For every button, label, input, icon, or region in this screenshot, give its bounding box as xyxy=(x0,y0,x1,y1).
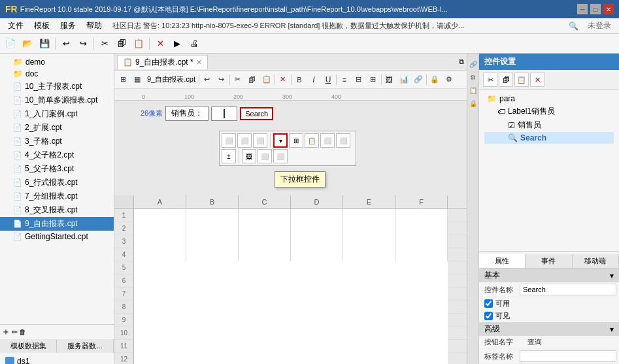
basic-section-toggle[interactable]: ▾ xyxy=(610,271,614,280)
print-button[interactable]: 🖨 xyxy=(186,36,202,52)
cell-a2[interactable] xyxy=(134,222,186,235)
save-button[interactable]: 💾 xyxy=(37,36,52,52)
cell-merged-8[interactable] xyxy=(134,301,448,314)
fw-dropdown[interactable]: ▾ xyxy=(273,133,288,148)
cell-d2[interactable] xyxy=(291,222,343,235)
tree-item-file-7[interactable]: 📄 6_行式报表.cpt xyxy=(0,176,114,190)
search-widget-button[interactable]: Search xyxy=(240,107,273,120)
et-btn-1[interactable]: ⊞ xyxy=(116,73,130,87)
paste-button[interactable]: 📋 xyxy=(131,36,146,52)
advanced-section-toggle[interactable]: ▾ xyxy=(610,325,614,334)
tab-report[interactable]: 📋 9_自由报表.cpt * ✕ xyxy=(117,55,208,69)
cell-merged-7[interactable] xyxy=(134,288,448,301)
cell-b1[interactable] xyxy=(186,209,239,222)
et-btn-18[interactable]: 🔒 xyxy=(427,73,442,87)
side-icon-2[interactable]: ⚙ xyxy=(468,72,478,82)
fw-btn-12[interactable]: ⬜ xyxy=(273,149,288,163)
fw-btn-2[interactable]: ⬜ xyxy=(237,133,252,148)
add-ds-button[interactable]: ＋ xyxy=(1,326,10,338)
tree-item-file-10[interactable]: 📄 9_自由报表.cpt xyxy=(0,217,114,231)
cell-d3[interactable] xyxy=(291,235,343,248)
et-btn-4[interactable]: ↪ xyxy=(214,73,229,87)
tree-item-file-3[interactable]: 📄 2_扩展.cpt xyxy=(0,121,114,135)
tree-item-file-9[interactable]: 📄 8_交叉报表.cpt xyxy=(0,203,114,217)
menu-file[interactable]: 文件 xyxy=(3,19,29,33)
fw-btn-9[interactable]: ± xyxy=(222,149,236,163)
cell-e4[interactable] xyxy=(343,248,395,261)
fw-btn-11[interactable]: ⬜ xyxy=(258,149,272,163)
close-button[interactable]: ✕ xyxy=(603,4,614,14)
et-btn-9[interactable]: B xyxy=(292,73,307,87)
et-btn-17[interactable]: 🔗 xyxy=(411,73,426,87)
tree-item-file-2[interactable]: 📄 1_入门案例.cpt xyxy=(0,107,114,121)
fw-btn-6[interactable]: 📋 xyxy=(305,133,319,148)
new-button[interactable]: 📄 xyxy=(3,36,18,52)
rt-cut-button[interactable]: ✂ xyxy=(483,73,497,87)
open-button[interactable]: 📂 xyxy=(20,36,35,52)
delete-ds-button[interactable]: 🗑 xyxy=(19,326,26,338)
right-tree-label1[interactable]: 🏷 Label1销售员 xyxy=(484,105,614,118)
tab-float-button[interactable]: ⧉ xyxy=(459,58,464,66)
side-icon-1[interactable]: 🔗 xyxy=(468,59,478,69)
tag-name-input[interactable] xyxy=(520,350,616,362)
cell-merged-12[interactable] xyxy=(134,353,448,364)
side-icon-3[interactable]: 📋 xyxy=(468,85,478,95)
tree-item-file-4[interactable]: 📄 3_子格.cpt xyxy=(0,135,114,148)
menu-service[interactable]: 服务 xyxy=(55,19,81,33)
cell-f3[interactable] xyxy=(395,235,448,248)
et-btn-19[interactable]: ⚙ xyxy=(442,73,456,87)
enabled-checkbox[interactable] xyxy=(484,299,493,308)
cell-merged-11[interactable] xyxy=(134,340,448,353)
fw-btn-3[interactable]: ⬜ xyxy=(253,133,267,148)
cut-button[interactable]: ✂ xyxy=(97,36,112,52)
login-button[interactable]: 未登录 xyxy=(582,19,616,33)
tree-item-demo[interactable]: 📁 demo xyxy=(0,56,114,68)
cell-a3[interactable] xyxy=(134,235,186,248)
fw-btn-1[interactable]: ⬜ xyxy=(222,133,236,148)
props-tab-mobile[interactable]: 移动端 xyxy=(573,254,619,268)
rt-paste-button[interactable]: 📋 xyxy=(514,73,529,87)
et-btn-8[interactable]: ✕ xyxy=(276,73,290,87)
tab-template-ds[interactable]: 模板数据集 xyxy=(0,339,57,353)
tree-item-file-1[interactable]: 📄 10_简单多源报表.cpt xyxy=(0,93,114,107)
props-tab-events[interactable]: 事件 xyxy=(526,254,572,268)
salesman-input-field[interactable] xyxy=(211,107,237,121)
props-tab-attributes[interactable]: 属性 xyxy=(479,254,526,268)
cell-b2[interactable] xyxy=(186,222,239,235)
et-btn-13[interactable]: ⊟ xyxy=(352,73,366,87)
tree-item-file-6[interactable]: 📄 5_父子格3.cpt xyxy=(0,162,114,176)
et-btn-2[interactable]: ▦ xyxy=(130,73,144,87)
restore-button[interactable]: □ xyxy=(590,4,601,14)
cell-a1[interactable] xyxy=(134,209,186,222)
minimize-button[interactable]: ─ xyxy=(577,4,588,14)
et-btn-6[interactable]: 🗐 xyxy=(245,73,259,87)
et-btn-11[interactable]: U xyxy=(321,73,335,87)
redo-button[interactable]: ↪ xyxy=(75,36,91,52)
et-btn-15[interactable]: 🖼 xyxy=(382,73,397,87)
right-tree-search[interactable]: 🔍 Search xyxy=(484,132,614,144)
tree-item-file-8[interactable]: 📄 7_分组报表.cpt xyxy=(0,190,114,203)
cell-b3[interactable] xyxy=(186,235,239,248)
cell-merged-10[interactable] xyxy=(134,327,448,340)
search-button[interactable]: 🔍 xyxy=(565,20,582,32)
et-btn-5[interactable]: ✂ xyxy=(231,73,245,87)
cell-merged-5[interactable] xyxy=(134,261,448,274)
copy-button[interactable]: 🗐 xyxy=(114,36,129,52)
right-tree-para[interactable]: 📁 para xyxy=(484,93,614,105)
side-icon-4[interactable]: 🔒 xyxy=(468,98,478,108)
cell-e1[interactable] xyxy=(343,209,395,222)
tree-item-file-5[interactable]: 📄 4_父子格2.cpt xyxy=(0,148,114,162)
tree-item-file-11[interactable]: 📄 GettingStarted.cpt xyxy=(0,231,114,242)
et-btn-14[interactable]: ⊞ xyxy=(366,73,380,87)
cell-d4[interactable] xyxy=(291,248,343,261)
menu-template[interactable]: 模板 xyxy=(29,19,55,33)
tab-server-ds[interactable]: 服务器数... xyxy=(57,339,114,353)
delete-button[interactable]: ✕ xyxy=(152,36,168,52)
ds-item-ds1[interactable]: ds1 xyxy=(5,356,109,364)
cell-a4[interactable] xyxy=(134,248,186,261)
visible-checkbox[interactable] xyxy=(484,312,493,320)
edit-ds-button[interactable]: ✏ xyxy=(12,326,18,338)
cell-e2[interactable] xyxy=(343,222,395,235)
et-btn-7[interactable]: 📋 xyxy=(259,73,274,87)
cell-f1[interactable] xyxy=(395,209,448,222)
